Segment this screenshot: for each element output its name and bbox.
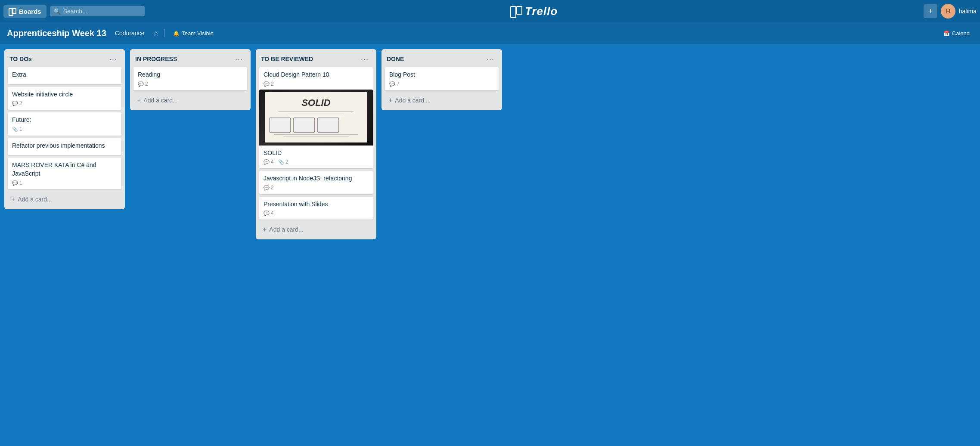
card-nodejs[interactable]: Javascript in NodeJS: refactoring 2 (259, 171, 373, 194)
card-title-solid: SOLID (264, 149, 369, 158)
board-org[interactable]: Codurance (112, 28, 148, 38)
card-meta-future: 1 (12, 126, 117, 132)
comment-icon-blogpost (389, 81, 395, 87)
add-button[interactable]: + (924, 4, 937, 18)
comment-count-presentation: 4 (264, 210, 274, 216)
star-icon[interactable]: ☆ (153, 29, 159, 37)
card-title-refactor: Refactor previous implementations (12, 142, 117, 150)
plus-icon: + (928, 7, 933, 15)
boards-label: Boards (19, 8, 41, 15)
add-card-done[interactable]: + Add a card... (385, 94, 499, 107)
card-meta-nodejs: 2 (264, 185, 369, 191)
comment-icon-presentation (264, 210, 270, 216)
visibility-button[interactable]: Team Visible (170, 28, 217, 38)
column-menu-todo[interactable] (107, 54, 120, 64)
comment-icon-solid (264, 159, 270, 165)
search-icon: 🔍 (53, 8, 61, 15)
card-meta-mars: 1 (12, 180, 117, 186)
calendar-icon (943, 30, 950, 37)
card-meta-clouddesign: 2 (264, 81, 369, 87)
attachment-count-future: 1 (12, 126, 22, 132)
solid-sketch: SOLID (265, 92, 367, 142)
card-title-reading: Reading (138, 71, 243, 79)
add-card-label-done: Add a card... (395, 97, 429, 104)
column-header-inprogress: IN PROGRESS (133, 53, 247, 67)
boards-button[interactable]: Boards (3, 5, 47, 18)
solid-title-img: SOLID (301, 97, 330, 108)
board-content: TO DOs Extra Website initiative circle 2… (0, 44, 980, 446)
card-title-future: Future: (12, 116, 117, 124)
card-clouddesign[interactable]: Cloud Design Pattern 10 2 (259, 67, 373, 90)
card-reading[interactable]: Reading 2 (133, 67, 247, 90)
column-menu-done[interactable] (484, 54, 497, 64)
add-card-plus-tobereviewed: + (263, 226, 267, 233)
comment-count-reading: 2 (138, 81, 148, 87)
card-title-mars: MARS ROVER KATA in C# and JavaScript (12, 161, 117, 178)
calendar-button[interactable]: Calend (940, 28, 973, 38)
comment-icon-nodejs (264, 185, 270, 191)
add-card-plus-todo: + (11, 195, 15, 203)
paperclip-icon-future (12, 126, 18, 132)
column-menu-inprogress[interactable] (233, 54, 245, 64)
card-meta-blogpost: 7 (389, 81, 494, 87)
calendar-label: Calend (952, 30, 970, 37)
search-input[interactable] (63, 8, 136, 15)
topnav: Boards 🔍 Trello + H halima (0, 0, 980, 22)
trello-logo-icon (510, 6, 522, 16)
comment-count-mars: 1 (12, 180, 22, 186)
comment-icon-website (12, 100, 18, 106)
card-title-blogpost: Blog Post (389, 71, 494, 79)
add-card-todo[interactable]: + Add a card... (8, 193, 121, 206)
topnav-right: + H halima (924, 4, 977, 19)
column-inprogress: IN PROGRESS Reading 2 + Add a card... (130, 49, 251, 110)
card-refactor[interactable]: Refactor previous implementations (8, 138, 121, 155)
attachment-count-solid: 2 (278, 159, 288, 165)
comment-icon-reading (138, 81, 144, 87)
search-bar: 🔍 (50, 6, 145, 16)
card-title-nodejs: Javascript in NodeJS: refactoring (264, 174, 369, 183)
board-title: Apprenticeship Week 13 (7, 28, 106, 38)
comment-count-nodejs: 2 (264, 185, 274, 191)
column-title-inprogress: IN PROGRESS (135, 56, 177, 62)
card-future[interactable]: Future: 1 (8, 112, 121, 136)
card-presentation[interactable]: Presentation with Slides 4 (259, 197, 373, 220)
card-meta-reading: 2 (138, 81, 243, 87)
card-extra[interactable]: Extra (8, 67, 121, 84)
card-meta-solid: 4 2 (264, 159, 369, 165)
card-meta-presentation: 4 (264, 210, 369, 216)
board-header: Apprenticeship Week 13 Codurance ☆ Team … (0, 22, 980, 44)
card-title-website: Website initiative circle (12, 90, 117, 99)
card-solid[interactable]: SOLID (259, 93, 373, 169)
trello-logo-text: Trello (525, 5, 558, 18)
comment-icon-mars (12, 180, 18, 186)
card-title-presentation: Presentation with Slides (264, 200, 369, 209)
comment-count-blogpost: 7 (389, 81, 400, 87)
header-divider (164, 29, 164, 37)
column-title-todo: TO DOs (9, 56, 32, 62)
card-title-extra: Extra (12, 71, 117, 79)
username-label[interactable]: halima (959, 8, 977, 15)
card-mars[interactable]: MARS ROVER KATA in C# and JavaScript 1 (8, 158, 121, 189)
add-card-plus-done: + (388, 96, 392, 104)
card-image-solid: SOLID (259, 90, 373, 146)
column-done: DONE Blog Post 7 + Add a card... (381, 49, 502, 110)
card-meta-website: 2 (12, 100, 117, 106)
add-card-label-todo: Add a card... (18, 196, 52, 203)
avatar[interactable]: H (941, 4, 955, 19)
add-card-inprogress[interactable]: + Add a card... (133, 94, 247, 107)
card-blogpost[interactable]: Blog Post 7 (385, 67, 499, 90)
add-card-label-tobereviewed: Add a card... (269, 226, 303, 233)
add-card-tobereviewed[interactable]: + Add a card... (259, 223, 373, 236)
card-website[interactable]: Website initiative circle 2 (8, 87, 121, 110)
column-title-done: DONE (387, 56, 404, 62)
column-tobereviewed: TO BE REVIEWED Cloud Design Pattern 10 2… (256, 49, 376, 239)
column-title-tobereviewed: TO BE REVIEWED (261, 56, 313, 62)
trello-logo: Trello (148, 5, 920, 18)
add-card-label-inprogress: Add a card... (143, 97, 177, 104)
card-title-clouddesign: Cloud Design Pattern 10 (264, 71, 369, 79)
comment-count-website: 2 (12, 100, 22, 106)
comment-count-solid: 4 (264, 159, 274, 165)
column-header-todo: TO DOs (8, 53, 121, 67)
boards-icon (9, 8, 16, 14)
column-menu-tobereviewed[interactable] (358, 54, 371, 64)
